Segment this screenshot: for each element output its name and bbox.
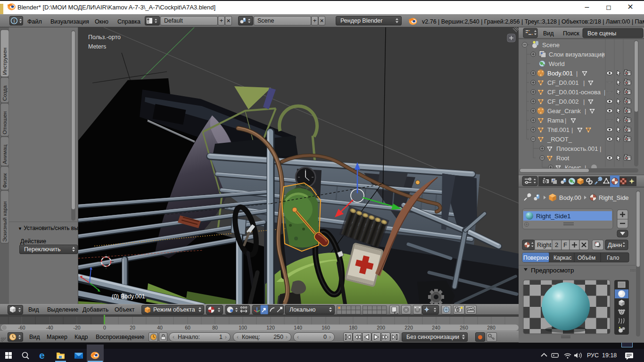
svg-text:Meters: Meters — [88, 43, 106, 50]
svg-text:180: 180 — [349, 325, 357, 330]
svg-text:100: 100 — [239, 325, 247, 330]
svg-text:-20: -20 — [73, 325, 80, 330]
svg-text:_ROOT_: _ROOT_ — [547, 136, 572, 143]
svg-text:Rama: Rama — [547, 117, 564, 124]
svg-text:200: 200 — [377, 325, 385, 330]
svg-text:Плоскость.001: Плоскость.001 — [556, 145, 598, 152]
svg-text:Гало: Гало — [607, 255, 619, 261]
svg-text:260: 260 — [460, 325, 468, 330]
svg-text:240: 240 — [432, 325, 440, 330]
svg-text:280: 280 — [487, 325, 495, 330]
svg-text:0: 0 — [103, 325, 106, 330]
svg-text:e: e — [39, 350, 45, 361]
svg-text:Right: Right — [537, 241, 552, 248]
svg-text:220: 220 — [405, 325, 413, 330]
svg-text:Поверхно: Поверхно — [523, 255, 549, 261]
svg-text:(0) Body.001: (0) Body.001 — [112, 293, 145, 300]
svg-text:Анимац: Анимац — [2, 144, 8, 164]
svg-text:40: 40 — [157, 325, 163, 330]
svg-text:Каркас: Каркас — [553, 255, 572, 261]
svg-text:Слои визуализации: Слои визуализации — [549, 51, 605, 58]
svg-text:19:18: 19:18 — [602, 352, 617, 359]
svg-text:|: | — [576, 70, 578, 77]
svg-text:|: | — [600, 145, 601, 152]
svg-text:|: | — [585, 107, 586, 115]
svg-text:Gear_Crank: Gear_Crank — [547, 107, 581, 115]
svg-text:-60: -60 — [18, 325, 25, 330]
svg-text:CF_D0.001: CF_D0.001 — [547, 79, 578, 86]
svg-text:|: | — [583, 98, 585, 105]
svg-text:Body.00: Body.00 — [559, 194, 581, 201]
svg-text:Поиск: Поиск — [563, 30, 579, 37]
svg-text:|: | — [602, 51, 603, 58]
svg-text:120: 120 — [266, 325, 275, 330]
svg-text:Вид: Вид — [543, 30, 554, 37]
svg-text:Scene: Scene — [542, 41, 560, 49]
svg-text:Созда: Созда — [2, 85, 8, 101]
svg-text:Эскизный каран: Эскизный каран — [2, 201, 8, 242]
svg-text:Предпросмотр: Предпросмотр — [531, 267, 574, 274]
svg-text:2: 2 — [555, 241, 558, 248]
svg-text:Body.001: Body.001 — [547, 70, 573, 77]
svg-text:F: F — [563, 241, 567, 248]
svg-text:|: | — [571, 126, 573, 133]
svg-text:Физик: Физик — [2, 173, 8, 188]
svg-text:60: 60 — [185, 325, 190, 330]
svg-text:Right_Side1: Right_Side1 — [536, 213, 571, 220]
svg-text:Отношен: Отношен — [2, 111, 8, 134]
svg-text:160: 160 — [322, 325, 330, 330]
svg-text:Объём: Объём — [578, 255, 595, 261]
svg-text:80: 80 — [212, 325, 218, 330]
svg-text:|: | — [583, 79, 585, 86]
svg-text:20: 20 — [130, 325, 135, 330]
svg-text:РУС: РУС — [587, 352, 599, 359]
svg-text:CF_D0.001-основа: CF_D0.001-основа — [547, 89, 601, 96]
svg-text:Инструмен: Инструмен — [2, 48, 8, 75]
svg-text:i: i — [13, 18, 15, 24]
svg-text:-40: -40 — [46, 325, 53, 330]
svg-text:CF_D0.002: CF_D0.002 — [547, 98, 578, 105]
svg-text:Польз.-орто: Польз.-орто — [88, 34, 121, 41]
svg-text:Данн: Данн — [608, 241, 622, 248]
svg-text:Right_Side: Right_Side — [599, 194, 629, 201]
svg-text:140: 140 — [294, 325, 302, 330]
svg-text:Все сцены: Все сцены — [587, 30, 616, 37]
svg-text:World: World — [549, 60, 565, 67]
svg-text:Thtl.001: Thtl.001 — [547, 126, 570, 133]
svg-text:Root: Root — [556, 155, 570, 162]
svg-text:|: | — [565, 117, 566, 124]
